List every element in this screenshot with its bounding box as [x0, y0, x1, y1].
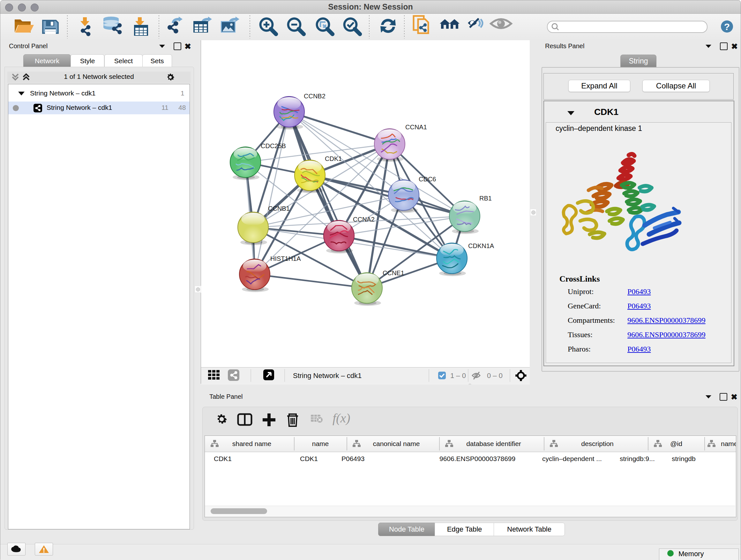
svg-text:cyclin–dependent ...: cyclin–dependent ... [542, 455, 602, 462]
svg-text:P06493: P06493 [341, 455, 364, 462]
svg-text:CCNA1: CCNA1 [405, 124, 427, 131]
svg-text:CDK1: CDK1 [300, 455, 318, 462]
svg-text:CDKN1A: CDKN1A [468, 242, 494, 249]
svg-text:HIST1H1A: HIST1H1A [270, 255, 301, 262]
svg-text:9606.ENSP00000378699: 9606.ENSP00000378699 [440, 455, 515, 462]
svg-text:namespac: namespac [721, 440, 736, 447]
svg-text:CDK1: CDK1 [325, 155, 342, 162]
svg-text:CDK1: CDK1 [214, 455, 232, 462]
svg-text:CCNA2: CCNA2 [353, 216, 375, 223]
svg-text:name: name [312, 440, 329, 447]
svg-text:@id: @id [670, 440, 682, 447]
svg-text:CCNB2: CCNB2 [304, 92, 326, 100]
svg-text:description: description [581, 440, 614, 447]
svg-text:1 – 0: 1 – 0 [450, 372, 466, 380]
svg-text:shared name: shared name [232, 440, 272, 447]
svg-text:RB1: RB1 [479, 195, 492, 202]
svg-text:String Network – cdk1: String Network – cdk1 [293, 372, 361, 380]
svg-text:f(x): f(x) [333, 411, 350, 425]
svg-text:stringdb: stringdb [672, 455, 696, 462]
svg-text:?: ? [724, 21, 730, 32]
svg-text:CDC25B: CDC25B [261, 142, 286, 149]
svg-text:database identifier: database identifier [466, 440, 521, 447]
svg-text:CCNE1: CCNE1 [383, 269, 404, 276]
svg-text:canonical name: canonical name [373, 440, 420, 447]
svg-text:CDC6: CDC6 [419, 176, 436, 183]
svg-text:stringdb:9...: stringdb:9... [620, 455, 655, 462]
svg-text:CCNB1: CCNB1 [268, 205, 290, 212]
svg-text:0 – 0: 0 – 0 [487, 372, 502, 380]
